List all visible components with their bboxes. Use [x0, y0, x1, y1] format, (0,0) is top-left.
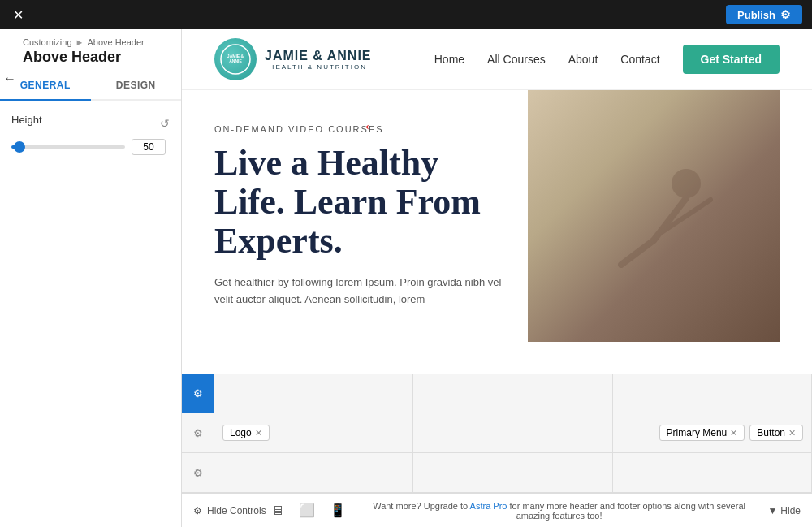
website-preview: ← JAMIE & ANNIE JAMIE & ANNIE HEALTH & N…: [182, 29, 812, 374]
sidebar: ← Customizing ► Above Header Above Heade…: [0, 29, 182, 527]
hide-controls-icon: ⚙: [193, 505, 202, 516]
yoga-illustration: [572, 135, 735, 297]
button-tag: Button ✕: [749, 425, 803, 441]
builder-cell-3-center: [413, 453, 612, 492]
upgrade-text-area: Want more? Upgrade to Astra Pro for many…: [351, 501, 768, 521]
hero-image-placeholder: [528, 90, 780, 342]
site-nav: Home All Courses About Contact Get Start…: [434, 45, 780, 74]
publish-button[interactable]: Publish ⚙: [726, 5, 802, 24]
top-bar: ✕ Publish ⚙: [0, 0, 812, 29]
logo-text-block: JAMIE & ANNIE HEALTH & NUTRITION: [265, 48, 372, 71]
site-logo-area: JAMIE & ANNIE JAMIE & ANNIE HEALTH & NUT…: [214, 38, 372, 80]
chevron-down-icon: ▼: [767, 505, 777, 516]
hide-label: Hide: [780, 505, 801, 516]
nav-cta[interactable]: Get Started: [683, 45, 780, 74]
logo-name: JAMIE & ANNIE: [265, 48, 372, 63]
hide-controls-area[interactable]: ⚙ Hide Controls: [193, 505, 266, 516]
builder-area: → ⚙ ⚙ Logo ✕: [182, 374, 812, 493]
desktop-button[interactable]: 🖥: [266, 502, 289, 520]
publish-gear-icon: ⚙: [780, 8, 791, 21]
bottom-bar: ⚙ Hide Controls 🖥 ⬜ 📱 Want more? Upgrade…: [182, 493, 812, 527]
slider-container: [11, 139, 170, 155]
content-area: ← JAMIE & ANNIE JAMIE & ANNIE HEALTH & N…: [182, 29, 812, 527]
breadcrumb: Customizing ► Above Header: [23, 37, 170, 47]
builder-row-3-icon[interactable]: ⚙: [182, 467, 214, 479]
page-title: Above Header: [23, 49, 170, 66]
close-icon: ✕: [13, 7, 24, 23]
builder-cell-1-right: [613, 374, 812, 413]
publish-label: Publish: [737, 9, 775, 21]
height-label: Height: [11, 114, 42, 126]
logo-svg: JAMIE & ANNIE: [220, 44, 251, 75]
height-row: Height ↺: [11, 114, 170, 132]
hide-button[interactable]: ▼ Hide: [767, 505, 801, 516]
primary-menu-label: Primary Menu: [667, 427, 728, 438]
builder-row-1: ⚙: [182, 374, 812, 413]
logo-sub: HEALTH & NUTRITION: [265, 63, 372, 71]
svg-line-5: [621, 240, 654, 265]
hero-tag: ON-DEMAND VIDEO COURSES: [214, 124, 512, 134]
builder-row-2-icon[interactable]: ⚙: [182, 427, 214, 439]
hide-controls-label: Hide Controls: [207, 505, 266, 516]
astra-pro-link[interactable]: Astra Pro: [470, 501, 508, 511]
mobile-button[interactable]: 📱: [325, 501, 351, 520]
builder-cell-2-center: [413, 413, 612, 452]
nav-contact[interactable]: Contact: [620, 53, 659, 66]
hero-desc: Get healthier by following lorem Ipsum. …: [214, 274, 512, 309]
upgrade-prefix: Want more? Upgrade to: [373, 501, 468, 511]
builder-cell-2-right: Primary Menu ✕ Button ✕: [613, 413, 812, 452]
main-area: ← Customizing ► Above Header Above Heade…: [0, 29, 812, 527]
sidebar-back-area: ← Customizing ► Above Header Above Heade…: [0, 29, 181, 71]
hero-left: ON-DEMAND VIDEO COURSES Live a Healthy L…: [214, 90, 528, 342]
primary-menu-tag-close[interactable]: ✕: [730, 428, 737, 438]
builder-row-2: ⚙ Logo ✕ Primary Menu ✕ Button ✕: [182, 413, 812, 453]
sidebar-content: Height ↺: [0, 101, 181, 527]
builder-cell-3-left: [214, 453, 413, 492]
nav-home[interactable]: Home: [434, 53, 464, 66]
builder-cell-3-right: [613, 453, 812, 492]
button-tag-label: Button: [757, 427, 785, 438]
reset-button[interactable]: ↺: [160, 117, 170, 130]
device-switchers: 🖥 ⬜ 📱: [266, 501, 351, 520]
tab-design[interactable]: DESIGN: [91, 71, 182, 99]
svg-line-6: [686, 200, 710, 216]
hero-section: ON-DEMAND VIDEO COURSES Live a Healthy L…: [182, 90, 812, 342]
hero-image: [528, 90, 780, 342]
site-header: JAMIE & ANNIE JAMIE & ANNIE HEALTH & NUT…: [182, 29, 812, 90]
close-button[interactable]: ✕: [10, 6, 26, 23]
logo-tag: Logo ✕: [222, 425, 270, 441]
builder-row-1-icon[interactable]: ⚙: [182, 374, 214, 413]
nav-courses[interactable]: All Courses: [487, 53, 546, 66]
primary-menu-tag: Primary Menu ✕: [659, 425, 745, 441]
hero-title: Live a Healthy Life. Learn From Experts.: [214, 144, 512, 261]
top-bar-left: ✕: [10, 6, 26, 23]
breadcrumb-separator: ►: [76, 37, 84, 47]
height-slider[interactable]: [11, 145, 125, 149]
logo-tag-label: Logo: [230, 427, 252, 438]
builder-row-wrapper-1: → ⚙: [182, 374, 812, 413]
back-button[interactable]: ←: [3, 71, 16, 86]
button-tag-close[interactable]: ✕: [788, 428, 796, 438]
height-input[interactable]: [132, 139, 166, 155]
logo-tag-close[interactable]: ✕: [255, 428, 262, 438]
builder-cell-2-left: Logo ✕: [214, 413, 413, 452]
upgrade-suffix: for many more header and footer options …: [510, 501, 745, 521]
builder-cell-1-left: [214, 374, 413, 413]
sidebar-header: Customizing ► Above Header Above Header: [0, 29, 181, 71]
nav-about[interactable]: About: [568, 53, 598, 66]
builder-cell-1-center: [413, 374, 612, 413]
svg-point-3: [672, 169, 701, 198]
sidebar-tabs: GENERAL DESIGN: [0, 71, 181, 101]
builder-row-3: ⚙: [182, 453, 812, 493]
svg-text:ANNIE: ANNIE: [229, 58, 242, 63]
bottom-right-controls: ▼ Hide: [767, 505, 801, 516]
tablet-button[interactable]: ⬜: [294, 501, 320, 520]
logo-circle: JAMIE & ANNIE: [214, 38, 257, 80]
